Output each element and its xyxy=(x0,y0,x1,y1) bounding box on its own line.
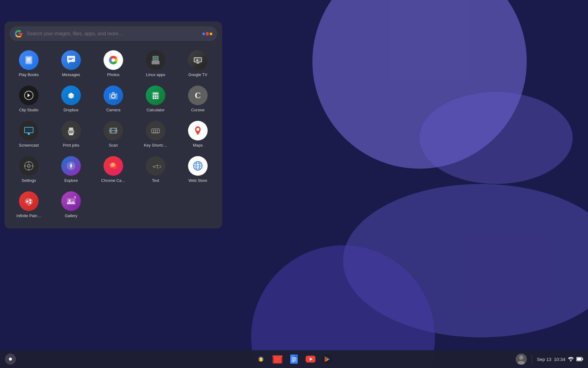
messages-icon xyxy=(61,50,81,70)
svg-rect-61 xyxy=(28,169,29,170)
clip-studio-label: Clip Studio xyxy=(19,108,39,112)
svg-rect-33 xyxy=(157,98,158,99)
svg-rect-32 xyxy=(155,98,156,99)
svg-rect-41 xyxy=(69,128,73,130)
launcher-button[interactable] xyxy=(5,354,16,365)
svg-rect-15 xyxy=(197,63,199,63)
camera-icon xyxy=(104,86,123,105)
search-bar[interactable] xyxy=(9,26,217,41)
svg-rect-5 xyxy=(69,58,74,59)
svg-rect-50 xyxy=(153,130,154,131)
play-books-icon xyxy=(19,50,39,70)
svg-rect-9 xyxy=(152,61,160,64)
dropbox-label: Dropbox xyxy=(63,108,78,112)
svg-rect-28 xyxy=(153,95,154,97)
photos-icon xyxy=(104,50,123,70)
svg-rect-30 xyxy=(157,95,158,97)
explore-icon xyxy=(61,156,81,176)
linux-apps-label: Linux apps xyxy=(146,72,165,77)
app-item-camera[interactable]: Camera xyxy=(92,81,134,117)
svg-point-95 xyxy=(571,361,571,362)
svg-rect-31 xyxy=(153,98,154,99)
svg-rect-45 xyxy=(110,128,111,130)
gmail-icon xyxy=(273,354,282,364)
app-item-play-books[interactable]: Play Books xyxy=(8,46,50,81)
app-item-screencast[interactable]: Screencast xyxy=(8,117,50,152)
text-label: Text xyxy=(152,178,159,183)
search-input[interactable] xyxy=(27,31,199,36)
taskbar-play[interactable] xyxy=(320,352,334,366)
svg-rect-47 xyxy=(110,132,111,133)
app-item-chrome-canvas[interactable]: Chrome Ca… xyxy=(92,152,134,187)
system-tray[interactable]: Sep 13 10:34 xyxy=(537,356,583,362)
app-item-maps[interactable]: Maps xyxy=(177,117,219,152)
svg-rect-86 xyxy=(292,359,296,359)
tray-divider xyxy=(532,355,532,364)
svg-rect-97 xyxy=(582,358,583,360)
taskbar-youtube[interactable] xyxy=(304,352,317,366)
app-item-cursive[interactable]: CCursive xyxy=(177,81,219,117)
taskbar-chrome[interactable] xyxy=(254,352,268,366)
svg-rect-35 xyxy=(25,128,32,132)
svg-rect-39 xyxy=(69,131,73,132)
svg-point-23 xyxy=(112,95,115,98)
app-item-linux-apps[interactable]: Linux apps xyxy=(134,46,177,81)
app-item-scan[interactable]: Scan xyxy=(92,117,134,152)
svg-point-59 xyxy=(28,165,30,167)
google-logo-icon xyxy=(14,29,23,38)
taskbar: Sep 13 10:34 xyxy=(0,350,588,368)
svg-rect-88 xyxy=(292,361,295,362)
app-item-print-jobs[interactable]: Print jobs xyxy=(50,117,92,152)
taskbar-right: Sep 13 10:34 xyxy=(516,354,583,365)
date-display: Sep 13 xyxy=(537,357,552,362)
app-launcher: Play BooksMessagesPhotosLinux appsGoogle… xyxy=(5,21,222,228)
app-item-web-store[interactable]: Web Store xyxy=(177,152,219,187)
settings-label: Settings xyxy=(22,178,36,183)
key-shortcuts-label: Key Shortc… xyxy=(144,143,168,148)
web-store-icon xyxy=(188,156,208,176)
svg-rect-54 xyxy=(155,132,156,133)
scan-icon xyxy=(104,121,123,140)
gallery-label: Gallery xyxy=(65,213,77,218)
svg-point-25 xyxy=(115,94,117,95)
svg-rect-11 xyxy=(154,57,157,59)
app-item-photos[interactable]: Photos xyxy=(92,46,134,81)
google-assistant-icon[interactable] xyxy=(202,31,212,37)
svg-rect-40 xyxy=(69,132,72,133)
svg-rect-29 xyxy=(155,95,156,97)
svg-rect-98 xyxy=(577,358,582,361)
svg-rect-63 xyxy=(32,165,33,167)
svg-rect-85 xyxy=(292,358,296,358)
cursive-icon: C xyxy=(188,86,208,105)
app-item-explore[interactable]: Explore xyxy=(50,152,92,187)
app-item-google-tv[interactable]: Google TV xyxy=(177,46,219,81)
app-item-calculator[interactable]: Calculator xyxy=(134,81,177,117)
svg-rect-42 xyxy=(69,133,73,135)
taskbar-gmail[interactable] xyxy=(271,352,284,366)
taskbar-center xyxy=(254,352,334,366)
camera-label: Camera xyxy=(106,108,120,112)
screencast-label: Screencast xyxy=(19,143,39,148)
app-item-messages[interactable]: Messages xyxy=(50,46,92,81)
svg-text:<t>: <t> xyxy=(153,163,161,170)
svg-point-77 xyxy=(29,199,31,201)
app-item-settings[interactable]: Settings xyxy=(8,152,50,187)
maps-icon xyxy=(188,121,208,140)
taskbar-docs[interactable] xyxy=(287,352,301,366)
svg-rect-52 xyxy=(157,130,158,131)
app-item-clip-studio[interactable]: Clip Studio xyxy=(8,81,50,117)
svg-rect-24 xyxy=(112,92,115,94)
cursive-label: Cursive xyxy=(191,108,205,112)
battery-icon xyxy=(576,357,583,361)
svg-rect-53 xyxy=(153,132,154,133)
google-tv-icon xyxy=(188,50,208,70)
app-item-gallery[interactable]: Gallery xyxy=(50,187,92,222)
app-item-key-shortcuts[interactable]: Key Shortc… xyxy=(134,117,177,152)
svg-rect-60 xyxy=(28,162,29,163)
app-item-text[interactable]: <t>Text xyxy=(134,152,177,187)
maps-label: Maps xyxy=(193,143,203,148)
docs-icon xyxy=(289,354,299,364)
app-item-infinite-paint[interactable]: Infinite Pain… xyxy=(8,187,50,222)
avatar[interactable] xyxy=(516,354,527,365)
app-item-dropbox[interactable]: Dropbox xyxy=(50,81,92,117)
